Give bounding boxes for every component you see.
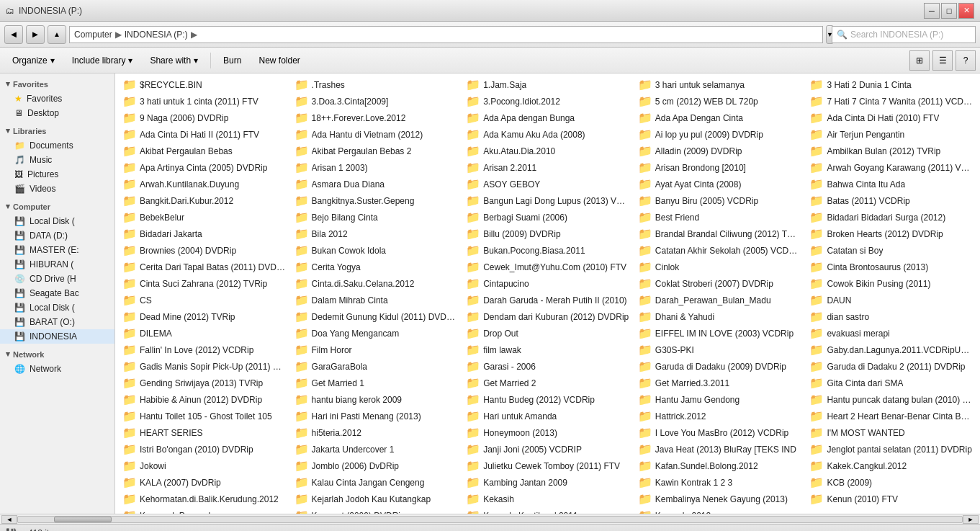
list-item[interactable]: 📁Best Friend (634, 209, 806, 226)
up-button[interactable]: ▲ (48, 25, 66, 44)
list-item[interactable]: 📁Jenglot pantai selatan (2011) DVDRip (805, 441, 977, 458)
list-item[interactable]: 📁7 Hati 7 Cinta 7 Wanita (2011) VCDRip (805, 93, 977, 110)
list-item[interactable]: 📁I'M MOST WANTED (805, 424, 977, 441)
list-item[interactable]: 📁Dead Mine (2012) TVRip (118, 308, 290, 325)
list-item[interactable]: 📁Ai lop yu pul (2009) DVDRip (634, 126, 806, 143)
list-item[interactable]: 📁Honeymoon (2013) (462, 424, 634, 441)
list-item[interactable]: 📁Fallin' In Love (2012) VCDRip (118, 342, 290, 358)
scroll-right-button[interactable]: ► (963, 515, 979, 524)
sidebar-libraries-header[interactable]: ▾ Libraries (0, 123, 114, 138)
list-item[interactable]: 📁Keumala.2012 (634, 507, 806, 514)
list-item[interactable]: 📁Cerita Dari Tapal Batas (2011) DVDRip (118, 259, 290, 275)
list-item[interactable]: 📁Istri Bo'ongan (2010) DVDRip (118, 441, 290, 458)
list-item[interactable]: 📁3 hari untuk selamanya (634, 76, 806, 93)
list-item[interactable]: 📁Cinta Brontosaurus (2013) (805, 259, 977, 275)
list-item[interactable]: 📁Cowok Bikin Pusing (2011) (805, 275, 977, 292)
list-item[interactable]: 📁3 Hati 2 Dunia 1 Cinta (805, 76, 977, 93)
list-item[interactable]: 📁1.Jam.Saja (462, 76, 634, 93)
new-folder-button[interactable]: New folder (251, 50, 307, 71)
sidebar-item-videos[interactable]: 🎬 Videos (0, 182, 114, 196)
list-item[interactable]: 📁Brandal Brandal Ciliwung (2012) TVRip (634, 226, 806, 242)
list-item[interactable]: 📁Arisan Brondong [2010] (634, 159, 806, 176)
sidebar-item-localdisk[interactable]: 💾 Local Disk ( (0, 214, 114, 228)
list-item[interactable]: 📁$RECYCLE.BIN (118, 76, 290, 93)
breadcrumb-computer[interactable]: Computer (74, 30, 112, 40)
horizontal-scrollbar[interactable]: ◄ ► (0, 514, 980, 524)
list-item[interactable]: 📁Get Married 1 (290, 375, 462, 391)
list-item[interactable]: 📁Asmara Dua Diana (290, 176, 462, 192)
list-item[interactable]: 📁Arwah.Kuntilanak.Duyung (118, 176, 290, 192)
sidebar-item-pictures[interactable]: 🖼 Pictures (0, 167, 114, 182)
list-item[interactable]: 📁KALA (2007) DvDRip (118, 474, 290, 491)
list-item[interactable]: 📁Bangkit.Dari.Kubur.2012 (118, 192, 290, 209)
close-button[interactable]: ✕ (958, 3, 974, 19)
list-item[interactable]: 📁Keramat (2009) DVDRip (290, 507, 462, 514)
view-grid-button[interactable]: ⊞ (909, 50, 930, 71)
list-item[interactable]: 📁Cinta.di.Saku.Celana.2012 (290, 275, 462, 292)
list-item[interactable]: 📁HEART SERIES (118, 424, 290, 441)
list-item[interactable]: 📁Garuda di Dadaku (2009) DVDRip (634, 358, 806, 375)
list-item[interactable]: 📁Akibat Pergaulan Bebas (118, 143, 290, 159)
list-item[interactable]: 📁Alladin (2009) DVDRip (634, 143, 806, 159)
list-item[interactable]: 📁Garuda di Dadaku 2 (2011) DVDRip (805, 358, 977, 375)
list-item[interactable]: 📁Bangkitnya.Suster.Gepeng (290, 192, 462, 209)
list-item[interactable]: 📁Hari ini Pasti Menang (2013) (290, 408, 462, 424)
list-item[interactable]: 📁Bangun Lagi Dong Lupus (2013) VCDRip (462, 192, 634, 209)
include-library-button[interactable]: Include library ▾ (64, 50, 141, 71)
list-item[interactable]: 📁Kambing Jantan 2009 (462, 474, 634, 491)
list-item[interactable]: 📁Ada Cinta Di Hati II (2011) FTV (118, 126, 290, 143)
list-item[interactable]: 📁3.Pocong.Idiot.2012 (462, 93, 634, 110)
list-item[interactable]: 📁Ada Hantu di Vietnam (2012) (290, 126, 462, 143)
sidebar-item-datad[interactable]: 💾 DATA (D:) (0, 228, 114, 243)
list-item[interactable]: 📁Garasi - 2006 (462, 358, 634, 375)
sidebar-item-documents[interactable]: 📁 Documents (0, 138, 114, 153)
list-item[interactable]: 📁Dedemit Gunung Kidul (2011) DVDRip (290, 308, 462, 325)
list-item[interactable]: 📁evakuasi merapi (805, 325, 977, 342)
sidebar-item-desktop[interactable]: 🖥 Desktop (0, 106, 114, 120)
list-item[interactable]: 📁Arisan 2.2011 (462, 159, 634, 176)
list-item[interactable]: 📁18++.Forever.Love.2012 (290, 110, 462, 126)
list-item[interactable]: 📁Java Heat (2013) BluRay [TEKS IND (634, 441, 806, 458)
sidebar-item-music[interactable]: 🎵 Music (0, 153, 114, 167)
list-item[interactable]: 📁Bidadari Bidadari Surga (2012) (805, 209, 977, 226)
list-item[interactable]: 📁ASOY GEBOY (462, 176, 634, 192)
list-item[interactable]: 📁Kenun (2010) FTV (805, 491, 977, 507)
list-item[interactable]: 📁Brownies (2004) DVDRip (118, 242, 290, 259)
list-item[interactable]: 📁Billu (2009) DVDRip (462, 226, 634, 242)
list-item[interactable]: 📁hi5teria.2012 (290, 424, 462, 441)
list-item[interactable]: 📁Cinta Suci Zahrana (2012) TVRip (118, 275, 290, 292)
share-with-button[interactable]: Share with ▾ (142, 50, 206, 71)
list-item[interactable]: 📁Drop Out (462, 325, 634, 342)
list-item[interactable]: 📁Kafan.Sundel.Bolong.2012 (634, 458, 806, 474)
list-item[interactable]: 📁film lawak (462, 342, 634, 358)
list-item[interactable]: 📁Gending Sriwijaya (2013) TVRip (118, 375, 290, 391)
scrollbar-track[interactable] (17, 516, 963, 523)
list-item[interactable]: 📁Dalam Mihrab Cinta (290, 292, 462, 308)
list-item[interactable]: 📁Bahwa Cinta Itu Ada (805, 176, 977, 192)
list-item[interactable]: 📁Aku.Atau.Dia.2010 (462, 143, 634, 159)
list-item[interactable]: 📁9 Naga (2006) DVDRip (118, 110, 290, 126)
list-item[interactable]: 📁Bukan Cowok Idola (290, 242, 462, 259)
list-item[interactable]: 📁5 cm (2012) WEB DL 720p (634, 93, 806, 110)
list-item[interactable]: 📁Kehormatan.di.Balik.Kerudung.2012 (118, 491, 290, 507)
list-item[interactable]: 📁Catatan si Boy (805, 242, 977, 259)
list-item[interactable]: 📁hantu biang kerok 2009 (290, 391, 462, 408)
list-item[interactable]: 📁.Trashes (290, 76, 462, 93)
back-button[interactable]: ◄ (4, 25, 23, 44)
list-item[interactable]: 📁Cintapucino (462, 275, 634, 292)
list-item[interactable]: 📁Ayat Ayat Cinta (2008) (634, 176, 806, 192)
list-item[interactable]: 📁Hattrick.2012 (634, 408, 806, 424)
list-item[interactable]: 📁Arwah Goyang Karawang (2011) VCDrip (805, 159, 977, 176)
list-item[interactable]: 📁Broken Hearts (2012) DVDRip (805, 226, 977, 242)
list-item[interactable]: 📁Kawin Kontrak 1 2 3 (634, 474, 806, 491)
sidebar-item-seagate[interactable]: 💾 Seagate Bac (0, 286, 114, 300)
list-item[interactable]: 📁Jokowi (118, 458, 290, 474)
list-item[interactable]: 📁Ambilkan Bulan (2012) TVRip (805, 143, 977, 159)
minimize-button[interactable]: ─ (924, 3, 940, 19)
forward-button[interactable]: ► (26, 25, 45, 44)
list-item[interactable]: 📁Arisan 1 2003) (290, 159, 462, 176)
list-item[interactable]: 📁3.Doa.3.Cinta[2009] (290, 93, 462, 110)
list-item[interactable]: 📁Bidadari Jakarta (118, 226, 290, 242)
list-item[interactable]: 📁I Love You MasBro (2012) VCDRip (634, 424, 806, 441)
scrollbar-thumb[interactable] (54, 517, 112, 522)
